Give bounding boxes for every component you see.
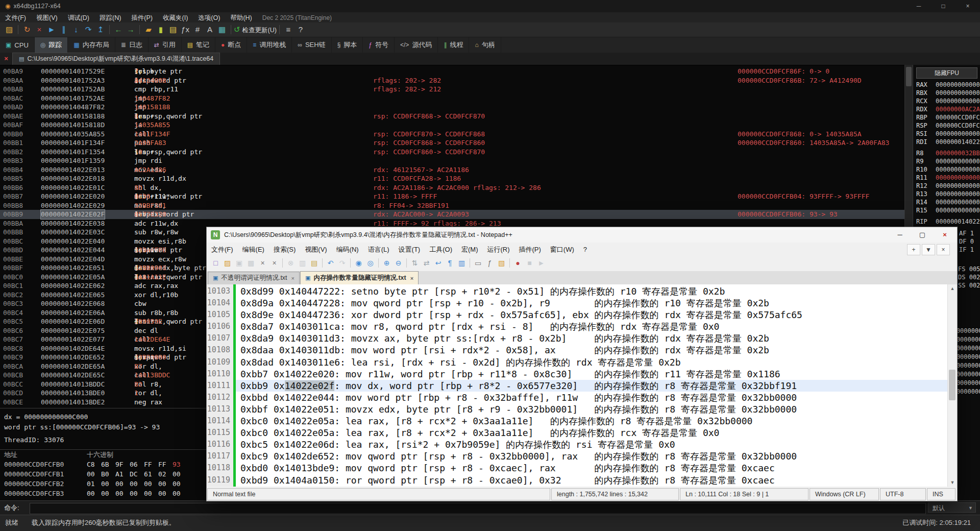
editor-line[interactable]: 101030x8d99 0x140447222: setno byte ptr …	[207, 285, 948, 297]
tab-线程[interactable]: ∥线程	[438, 37, 469, 53]
editor-line[interactable]: 101140xbc0 0x14022e05a: lea rax, [r8 + r…	[207, 415, 948, 427]
minimize-button[interactable]: ─	[906, 0, 931, 12]
menu-plus-button[interactable]: +	[907, 244, 920, 255]
npp-menu-item[interactable]: 设置(T)	[394, 243, 425, 256]
notes-icon[interactable]: ▤	[167, 22, 179, 37]
tab-引用[interactable]: ⇄引用	[149, 37, 182, 53]
npp-menu-item[interactable]: 编辑(E)	[238, 243, 269, 256]
menu-item[interactable]: 帮助(H)	[225, 13, 257, 23]
register-row-R10[interactable]: R100000000000000000	[913, 165, 980, 174]
undo-icon[interactable]: ↶	[325, 256, 336, 270]
zoom-out-icon[interactable]: ⊖	[393, 256, 404, 270]
copy-icon[interactable]: ▥	[297, 256, 308, 270]
segment-FS[interactable]: FS 0053	[958, 266, 980, 274]
npp-menu-item[interactable]: 视图(V)	[300, 243, 331, 256]
tab-CPU[interactable]: ▣CPU	[0, 37, 35, 53]
npp-menu-item[interactable]: 运行(R)	[482, 243, 514, 256]
editor-line[interactable]: 101150xbc0 0x14022e05a: lea rax, [r8 + r…	[207, 427, 948, 439]
word-wrap-icon[interactable]: ↩	[432, 256, 444, 270]
menu-dropdown-button[interactable]: ▼	[922, 244, 935, 255]
npp-menu-item[interactable]: 文件(F)	[207, 243, 238, 256]
editor-line[interactable]: 101070x8da9 0x1403011d3: movzx ax, byte …	[207, 332, 948, 344]
register-row-R14[interactable]: R140000000000000000	[913, 198, 980, 206]
document-tab[interactable]: ▣内存操作数常量隐藏证明情况.txt×	[300, 271, 419, 284]
tab-符号[interactable]: ƒ符号	[363, 37, 395, 53]
tab-句柄[interactable]: ⌂句柄	[469, 37, 501, 53]
check-update-button[interactable]: ↺检查更新(U)	[234, 22, 277, 37]
npp-menu-item[interactable]: 语言(L)	[363, 243, 394, 256]
register-row-R12[interactable]: R120000000000000000	[913, 182, 980, 190]
editor-line[interactable]: 101110xbb9 0x14022e02f: mov dx, word ptr…	[207, 380, 948, 392]
back-icon[interactable]: ←	[112, 22, 125, 37]
npp-editor[interactable]: 101030x8d99 0x140447222: setno byte ptr …	[207, 284, 957, 487]
paste-icon[interactable]: ▤	[308, 256, 320, 270]
step-over-icon[interactable]: ↷	[82, 22, 94, 37]
save-icon[interactable]: ▣	[233, 256, 245, 270]
editor-line[interactable]: 101080x8daa 0x1403011db: mov word ptr [r…	[207, 344, 948, 356]
fx-icon[interactable]: ƒx	[179, 22, 191, 37]
show-all-chars-icon[interactable]: ¶	[444, 256, 456, 270]
tab-close-icon[interactable]: ×	[410, 275, 413, 281]
menu-item[interactable]: 选项(O)	[193, 13, 225, 23]
settings-icon[interactable]: ≡	[282, 22, 295, 37]
tab-脚本[interactable]: §脚本	[332, 37, 363, 53]
register-row-RSI[interactable]: RSI0000000000000000	[913, 130, 980, 138]
trace-row[interactable]: 00BB100000001401F134Fpush 2A00FA83rsp: C…	[0, 138, 904, 148]
register-row-R11[interactable]: R110000000000000092	[913, 174, 980, 182]
trace-row[interactable]: 00BB300000001401F1359jmp rdi	[0, 156, 904, 165]
step-out-icon[interactable]: ↥	[94, 22, 107, 37]
restart-icon[interactable]: ↻	[21, 22, 33, 37]
tab-SEH链[interactable]: ∞SEH链	[292, 37, 331, 53]
help-icon[interactable]: ?	[295, 22, 307, 37]
register-row-R15[interactable]: R150000000000000000	[913, 206, 980, 214]
npp-menu-item[interactable]: 窗口(W)	[546, 243, 579, 256]
record-macro-icon[interactable]: ●	[512, 256, 524, 270]
editor-line[interactable]: 101120xbbd 0x14022e044: mov word ptr [rb…	[207, 392, 948, 403]
tab-跟踪[interactable]: ◎跟踪	[35, 37, 68, 53]
run-icon[interactable]: ►	[45, 22, 58, 37]
open-file-icon[interactable]: ▨	[222, 256, 233, 270]
cut-icon[interactable]: ⊗	[285, 256, 297, 270]
close-button[interactable]: ×	[934, 227, 956, 243]
tab-内存布局[interactable]: ▦内存布局	[68, 37, 115, 53]
close-doc-icon[interactable]: ×	[257, 256, 268, 270]
memory-map-icon[interactable]: ▦	[216, 22, 228, 37]
editor-line[interactable]: 101090x8dad 0x1403011e6: lea rsi, [rdx +…	[207, 356, 948, 368]
close-debug-icon[interactable]: ×	[33, 22, 45, 37]
editor-line[interactable]: 101040x8d9a 0x140447228: mov qword ptr […	[207, 297, 948, 309]
trace-row[interactable]: 00BB200000001401F1354lea rsp,qword ptr s…	[0, 148, 904, 157]
editor-scrollbar[interactable]: ▲ ▼	[947, 284, 957, 487]
menu-item[interactable]: 视图(V)	[31, 13, 63, 23]
npp-menu-item[interactable]: 宏(M)	[457, 243, 483, 256]
search-icon[interactable]: ◉	[353, 256, 364, 270]
tab-日志[interactable]: ≣日志	[115, 37, 149, 53]
forward-icon[interactable]: →	[125, 22, 137, 37]
menu-item[interactable]: 收藏夹(I)	[158, 13, 193, 23]
open-file-icon[interactable]: ▨	[3, 22, 15, 37]
register-row-R9[interactable]: R90000000000000000	[913, 157, 980, 165]
trace-row[interactable]: 00BA9000000014017529Erol byte ptr ss:[rs…	[0, 67, 904, 76]
stop-macro-icon[interactable]: ■	[524, 256, 535, 270]
segment-DS[interactable]: DS 002B	[958, 274, 980, 282]
tab-调用堆栈[interactable]: ≡调用堆栈	[247, 37, 292, 53]
trace-row[interactable]: 00BAE0000000140158188lea rsp,qword ptr s…	[0, 112, 904, 121]
register-row-R13[interactable]: R130000000000000000	[913, 190, 980, 198]
trace-row[interactable]: 00BAB00000001401752ABcmp rbp,r11rflags: …	[0, 85, 904, 94]
editor-line[interactable]: 101060x8da7 0x1403011ca: mov r8, qword p…	[207, 321, 948, 332]
register-row-RDX[interactable]: RDX00000000AC2A0093	[913, 105, 980, 113]
trace-scrollbar-thumb[interactable]	[906, 67, 912, 86]
segment-SS[interactable]: SS 002B	[958, 282, 980, 290]
trace-close-button[interactable]: ×	[0, 53, 12, 65]
npp-menu-item[interactable]: ?	[579, 243, 592, 256]
sync-horizontal-icon[interactable]: ⇄	[421, 256, 432, 270]
trace-row[interactable]: 00BB6000000014022E01Cshl dx,8Drdx: AC2A1…	[0, 183, 904, 192]
hash-icon[interactable]: #	[191, 22, 204, 37]
register-row-RCX[interactable]: RCX0000000000000000	[913, 97, 980, 105]
trace-row[interactable]: 00BB7000000014022E020mov r11w,word ptr s…	[0, 192, 904, 201]
npp-menu-item[interactable]: 搜索(S)	[269, 243, 300, 256]
trace-row[interactable]: 00BAA00000001401752A3adc dword ptr ss:[r…	[0, 76, 904, 85]
redo-icon[interactable]: ↷	[336, 256, 348, 270]
sync-vertical-icon[interactable]: ⇅	[409, 256, 421, 270]
new-file-icon[interactable]: □	[210, 256, 222, 270]
scroll-down-icon[interactable]: ▼	[948, 478, 957, 487]
